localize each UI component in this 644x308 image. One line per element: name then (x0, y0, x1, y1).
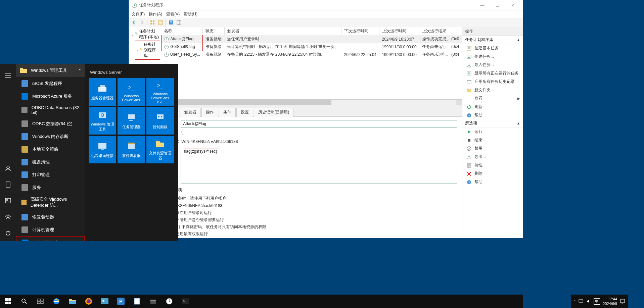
clock[interactable]: 17:44 2024/6/9 (603, 297, 617, 306)
start-menu-item[interactable]: 服务 (16, 181, 85, 194)
action-item[interactable]: +新文件夹... (462, 86, 523, 94)
action-item[interactable]: 运行 (462, 127, 523, 136)
start-menu-item[interactable]: 本地安全策略 (16, 143, 85, 156)
check-highest-priv[interactable]: 使用最高权限运行 (169, 231, 457, 237)
tool-list-icon[interactable] (157, 19, 164, 26)
start-tile[interactable]: >_Windows PowerShell ISE (146, 78, 174, 106)
user-icon[interactable] (0, 160, 16, 176)
menu-icon[interactable] (0, 67, 16, 83)
tree-root[interactable]: ⌄ 任务计划程序 (本地) (130, 28, 160, 41)
task-view-button[interactable] (32, 295, 48, 308)
start-menu-item[interactable]: 计算机管理 (16, 223, 85, 236)
horizontal-scrollbar[interactable] (161, 100, 462, 105)
task-description-input[interactable]: flag{zgsfsys@sec} (181, 147, 457, 184)
action-item[interactable]: 显示所有正在运行的任务 (462, 69, 523, 78)
start-menu-item[interactable]: Windows 内存诊断 (16, 130, 85, 143)
action-item[interactable]: 属性 (462, 161, 523, 169)
minimize-button[interactable]: — (475, 1, 490, 10)
pictures-icon[interactable] (0, 193, 16, 209)
documents-icon[interactable] (0, 176, 16, 193)
task-row[interactable]: GetShell&flag准备就绪当计算机空闲时 - 触发后，在 1 天 期间每… (162, 43, 462, 51)
power-icon[interactable] (0, 225, 16, 241)
firefox-icon[interactable] (81, 295, 97, 308)
ime-indicator[interactable]: 中 (594, 298, 600, 305)
action-item[interactable]: 启用所有任务历史记录 (462, 78, 523, 86)
menu-action[interactable]: 操作(A) (149, 11, 162, 17)
task-row[interactable]: User_Feed_Sy...准备就绪在每天的 22:25 - 触发器在 203… (162, 51, 462, 58)
tray-sound-icon[interactable] (586, 299, 591, 304)
start-tile[interactable]: 控制面板 (146, 107, 174, 135)
help-icon[interactable]: ? (167, 19, 175, 26)
col-state[interactable]: 状态 (203, 27, 225, 35)
cmd-icon[interactable]: >_ (177, 295, 193, 308)
start-menu-item[interactable]: ODBC 数据源(64 位) (16, 117, 85, 130)
start-tile[interactable]: 服务器管理器 (89, 78, 116, 106)
settings-icon[interactable] (0, 209, 16, 225)
system-tray[interactable]: ^ 中 17:44 2024/6/9 (571, 295, 628, 308)
folder-admin-tools[interactable]: Windows 管理工具 ⌃ (16, 64, 85, 77)
col-triggers[interactable]: 触发器 (224, 27, 341, 35)
col-nextrun[interactable]: 下次运行时间 (341, 27, 379, 35)
server-manager-icon[interactable] (145, 295, 161, 308)
tray-expand-icon[interactable]: ^ (574, 299, 576, 303)
actions-group-library[interactable]: 任务计划程序库▲ (462, 36, 523, 44)
action-item[interactable]: 导出... (462, 153, 523, 161)
forward-button[interactable] (138, 19, 146, 26)
action-item[interactable]: 创建基本任务... (462, 44, 523, 52)
col-lastresult[interactable]: 上次运行结果 (419, 27, 462, 35)
start-menu-item[interactable]: 磁盘清理 (16, 156, 85, 168)
collapse-icon[interactable]: ⌄ (131, 33, 134, 36)
start-tile[interactable]: Windows 管理工具 (89, 107, 116, 135)
radio-any[interactable]: 不管用户是否登录都要运行 (169, 217, 457, 223)
action-item[interactable]: 查看▶ (462, 94, 523, 103)
tool-pane-icon[interactable] (175, 19, 183, 26)
task-row[interactable]: Attack@Flag准备就绪当任何用户登录时2024/6/9 16:23:07… (162, 35, 462, 43)
start-tile[interactable]: 远程桌面连接 (89, 136, 116, 163)
menu-view[interactable]: 查看(V) (166, 11, 180, 17)
tab-triggers[interactable]: 触发器 (180, 108, 201, 117)
tab-history[interactable]: 历史记录(已禁用) (254, 108, 293, 117)
expand-icon[interactable]: › (137, 48, 138, 52)
action-item[interactable]: 导入任务... (462, 61, 523, 69)
radio-logged-on[interactable]: 只在用户登录时运行 (169, 210, 457, 216)
maximize-button[interactable]: ☐ (490, 1, 505, 10)
image-viewer-icon[interactable] (97, 295, 113, 308)
window-titlebar[interactable]: 任务计划程序 — ☐ ✕ (129, 0, 523, 10)
col-name[interactable]: 名称 (162, 27, 203, 35)
action-item[interactable]: 刷新 (462, 103, 523, 111)
close-button[interactable]: ✕ (505, 1, 520, 10)
tab-conditions[interactable]: 条件 (219, 108, 236, 117)
action-item[interactable]: 删除 (462, 169, 523, 178)
tree-library[interactable]: › 任务计划程序库 (135, 41, 160, 60)
tray-network-icon[interactable] (578, 299, 584, 304)
notepad-icon[interactable] (129, 295, 145, 308)
start-tile[interactable]: >_Windows PowerShell (118, 78, 145, 106)
phpstudy-icon[interactable]: P (113, 295, 129, 308)
start-tile[interactable]: 任务管理器 (118, 107, 145, 135)
action-item[interactable]: ?帮助 (462, 111, 523, 119)
start-menu-item[interactable]: 打印管理 (16, 168, 85, 181)
menu-file[interactable]: 文件(F) (132, 11, 145, 17)
start-menu-item[interactable]: 高级安全 Windows Defender 防... (16, 194, 85, 211)
tab-actions[interactable]: 操作 (201, 108, 218, 117)
start-menu-item[interactable]: iSCSI 发起程序 (16, 77, 85, 90)
menu-help[interactable]: 帮助(H) (184, 11, 197, 17)
back-button[interactable] (130, 19, 138, 26)
col-lastrun[interactable]: 上次运行时间 (379, 27, 419, 35)
action-item[interactable]: 禁用 (462, 144, 523, 153)
start-menu-item[interactable]: ODBC Data Sources (32-bit) (16, 103, 85, 117)
explorer-icon[interactable] (64, 295, 81, 308)
ie-icon[interactable] (48, 295, 64, 308)
action-item[interactable]: 结束 (462, 136, 523, 144)
tool-grid-icon[interactable] (149, 19, 156, 26)
notifications-icon[interactable] (620, 299, 625, 304)
action-item[interactable]: 创建任务... (462, 52, 523, 61)
tab-settings[interactable]: 设置 (236, 108, 253, 117)
start-menu-item[interactable]: 任务计划程序 (16, 236, 85, 241)
start-button[interactable] (0, 295, 16, 308)
start-menu-item[interactable]: 恢复驱动器 (16, 211, 85, 223)
task-name-input[interactable] (181, 120, 457, 127)
actions-group-selected[interactable]: 所选项▲ (462, 119, 523, 127)
action-item[interactable]: ?帮助 (462, 178, 523, 186)
task-scheduler-icon[interactable] (161, 295, 177, 308)
